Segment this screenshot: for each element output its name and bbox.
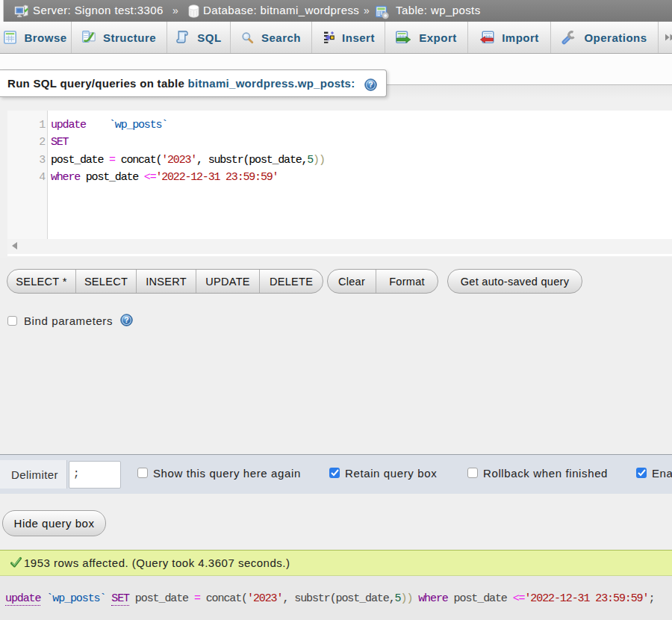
svg-text:?: ? [369, 80, 373, 89]
svg-text:?: ? [124, 315, 128, 324]
